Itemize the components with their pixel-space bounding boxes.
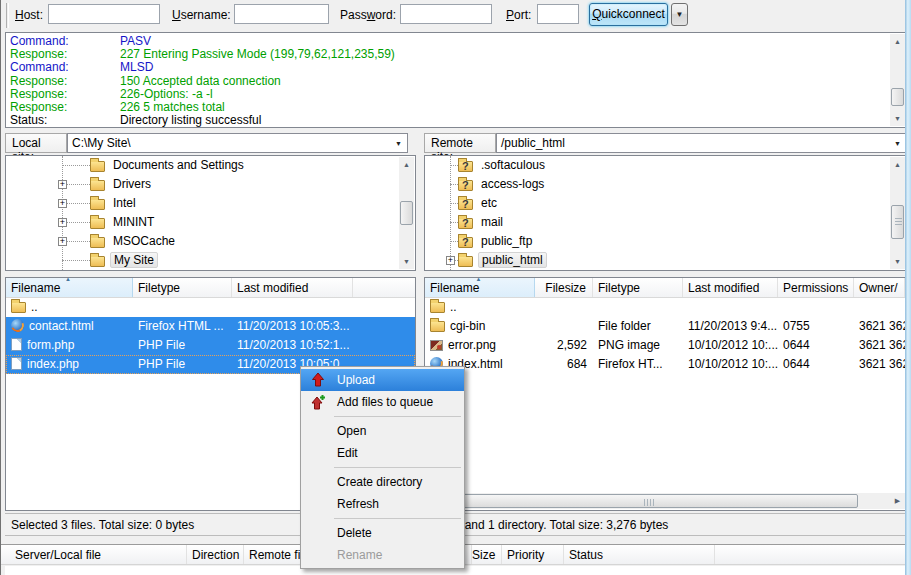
column-header-owner-[interactable]: Owner/: [854, 278, 905, 297]
tree-item--softaculous[interactable]: .softaculous: [425, 156, 906, 175]
scroll-up-icon[interactable]: ▲: [890, 157, 905, 172]
file-cell-modified: 11/20/2013 9:4...: [683, 317, 778, 336]
file-cell-modified: 10/10/2012 10:...: [683, 355, 778, 374]
remote-horizontal-scrollbar[interactable]: ◀ ▶: [426, 493, 905, 509]
port-label: Port:: [506, 8, 531, 22]
local-tree-scrollbar-thumb[interactable]: [400, 201, 413, 225]
password-input[interactable]: [400, 4, 492, 24]
local-tree-scrollbar[interactable]: ▲ ▼: [399, 157, 414, 269]
file-row-cgi-bin[interactable]: cgi-binFile folder11/20/2013 9:4...07553…: [425, 317, 906, 336]
file-cell-name: cgi-bin: [425, 317, 535, 336]
menu-item-open[interactable]: Open: [301, 420, 464, 442]
scroll-down-icon[interactable]: ▼: [399, 254, 414, 269]
queue-column-direction[interactable]: Direction: [187, 545, 244, 564]
queue-column-size[interactable]: Size: [472, 545, 502, 564]
tree-item-label: Documents and Settings: [110, 157, 247, 173]
scroll-up-icon[interactable]: ▲: [399, 157, 414, 172]
file-cell-modified: 10/10/2012 10:...: [683, 336, 778, 355]
tree-item-my-site[interactable]: My Site: [6, 251, 415, 270]
tree-item-intel[interactable]: +Intel: [6, 194, 415, 213]
file-row--[interactable]: ..: [425, 298, 906, 317]
remote-tree-scrollbar[interactable]: ▲ ▼: [890, 157, 905, 269]
column-header-filename[interactable]: Filename: [6, 278, 133, 297]
tree-item-access-logs[interactable]: access-logs: [425, 175, 906, 194]
file-row--[interactable]: ..: [6, 298, 415, 317]
log-scrollbar-thumb[interactable]: [891, 88, 904, 106]
tree-item-label: mail: [478, 214, 506, 230]
column-header-permissions[interactable]: Permissions: [778, 278, 854, 297]
chevron-down-icon[interactable]: ▼: [894, 140, 901, 147]
unknown-folder-icon: [458, 180, 473, 191]
port-input[interactable]: [537, 4, 579, 24]
menu-item-edit[interactable]: Edit: [301, 442, 464, 464]
queue-column-server-local-file[interactable]: Server/Local file: [1, 545, 187, 564]
file-cell-name: error.png: [425, 336, 535, 355]
remote-tree: .softaculousaccess-logsetcmailpublic_ftp…: [425, 156, 906, 270]
chevron-down-icon[interactable]: ▼: [395, 140, 402, 147]
log-line: Command:MLSD: [6, 61, 906, 74]
toolbar-gripper[interactable]: [6, 3, 9, 28]
file-row-form-php[interactable]: form.phpPHP File11/20/2013 10:52:1...: [6, 336, 415, 355]
file-cell-type: [133, 298, 232, 317]
column-header-last-modified[interactable]: Last modified: [232, 278, 353, 297]
remote-tree-scrollbar-thumb[interactable]: [891, 205, 904, 239]
menu-item-label: Create directory: [337, 475, 422, 489]
folder-icon: [430, 321, 445, 332]
tree-item-public-ftp[interactable]: public_ftp: [425, 232, 906, 251]
column-header-last-modified[interactable]: Last modified: [683, 278, 778, 297]
tree-item-public-html[interactable]: +public_html: [425, 251, 906, 270]
tree-item-documents-and-settings[interactable]: Documents and Settings: [6, 156, 415, 175]
add-to-queue-icon: [310, 394, 326, 410]
plus-expander-icon[interactable]: +: [58, 199, 67, 208]
tree-item-label: public_ftp: [478, 233, 535, 249]
log-line-text: MLSD: [120, 61, 153, 74]
scroll-up-icon[interactable]: ▲: [890, 34, 905, 49]
plus-expander-icon[interactable]: +: [446, 256, 455, 265]
remote-site-combobox[interactable]: /public_html ▼: [496, 133, 907, 153]
quickconnect-dropdown-button[interactable]: ▼: [671, 3, 688, 26]
queue-column-priority[interactable]: Priority: [502, 545, 564, 564]
queue-column-status[interactable]: Status: [564, 545, 715, 564]
column-header-filename[interactable]: Filename: [425, 278, 535, 297]
menu-item-create-directory[interactable]: Create directory: [301, 471, 464, 493]
menu-separator: [334, 518, 461, 519]
log-line-label: Command:: [10, 61, 120, 74]
file-cell-owner: 3621 3621: [854, 355, 905, 374]
column-header-filetype[interactable]: Filetype: [593, 278, 683, 297]
tree-item-minint[interactable]: +MININT: [6, 213, 415, 232]
plus-expander-icon[interactable]: +: [58, 180, 67, 189]
unknown-folder-icon: [458, 218, 473, 229]
tree-item-etc[interactable]: etc: [425, 194, 906, 213]
menu-item-upload[interactable]: Upload: [301, 369, 464, 391]
file-row-contact-html[interactable]: contact.htmlFirefox HTML ...11/20/2013 1…: [6, 317, 415, 336]
file-cell-owner: [854, 298, 905, 317]
tree-item-drivers[interactable]: +Drivers: [6, 175, 415, 194]
log-line-label: Response:: [10, 75, 120, 88]
unknown-folder-icon: [458, 161, 473, 172]
scroll-down-icon[interactable]: ▼: [890, 111, 905, 126]
tree-item-label: public_html: [478, 252, 547, 268]
scroll-right-icon[interactable]: ▶: [890, 493, 905, 509]
folder-icon: [90, 237, 105, 248]
file-row-index-html[interactable]: index.html684Firefox HT...10/10/2012 10:…: [425, 355, 906, 374]
file-cell-perms: 0644: [778, 355, 854, 374]
filename-text: contact.html: [29, 319, 94, 333]
column-header-filetype[interactable]: Filetype: [133, 278, 232, 297]
remote-hscrollbar-thumb[interactable]: [442, 494, 858, 508]
file-cell-perms: 0644: [778, 336, 854, 355]
menu-item-refresh[interactable]: Refresh: [301, 493, 464, 515]
plus-expander-icon[interactable]: +: [58, 237, 67, 246]
column-header-filesize[interactable]: Filesize: [535, 278, 593, 297]
local-site-combobox[interactable]: C:\My Site\ ▼: [67, 133, 408, 153]
file-row-error-png[interactable]: error.png2,592PNG image10/10/2012 10:...…: [425, 336, 906, 355]
quickconnect-button[interactable]: Quickconnect: [589, 3, 668, 26]
menu-item-delete[interactable]: Delete: [301, 522, 464, 544]
log-vertical-scrollbar[interactable]: ▲ ▼: [890, 34, 905, 126]
menu-item-add-files-to-queue[interactable]: Add files to queue: [301, 391, 464, 413]
tree-item-msocache[interactable]: +MSOCache: [6, 232, 415, 251]
username-input[interactable]: [234, 4, 329, 24]
scroll-down-icon[interactable]: ▼: [890, 254, 905, 269]
plus-expander-icon[interactable]: +: [58, 218, 67, 227]
host-input[interactable]: [48, 4, 160, 24]
tree-item-mail[interactable]: mail: [425, 213, 906, 232]
